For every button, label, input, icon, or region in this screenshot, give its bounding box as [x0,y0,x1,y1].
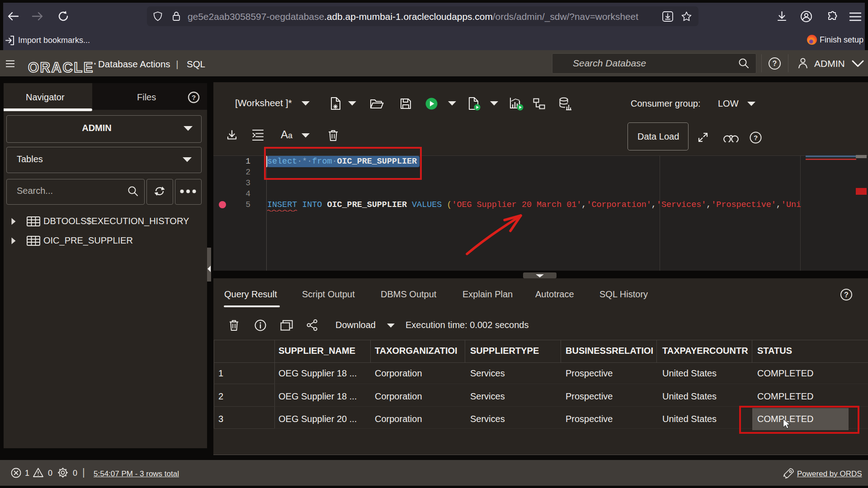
svg-text:?: ? [754,134,758,141]
svg-text:?: ? [773,60,777,67]
svg-text:?: ? [192,94,196,101]
svg-text:?: ? [844,291,849,299]
